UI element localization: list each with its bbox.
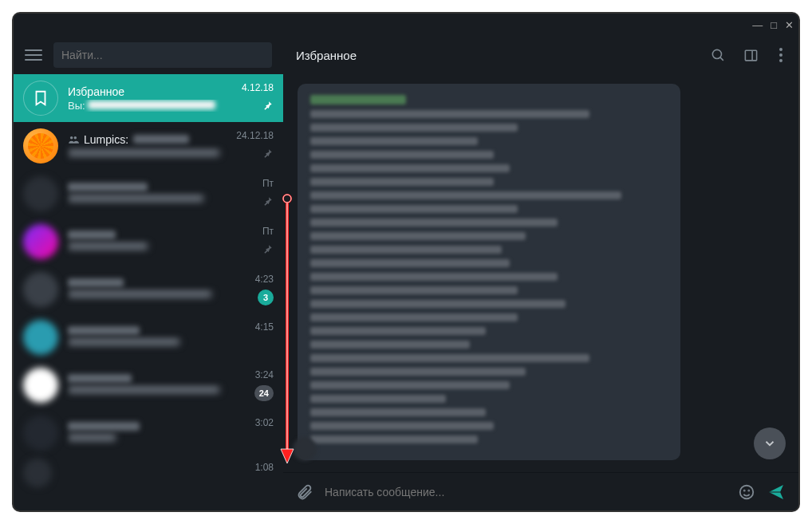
- maximize-button[interactable]: □: [771, 19, 777, 31]
- search-icon[interactable]: [711, 48, 726, 63]
- sidebar-item-lumpics[interactable]: Lumpics: 24.12.18: [14, 122, 283, 170]
- list-item[interactable]: 3:24 24: [14, 361, 283, 409]
- avatar: [23, 272, 58, 307]
- chat-name: [68, 183, 148, 191]
- more-menu-icon[interactable]: [776, 45, 786, 65]
- chat-name: Lumpics:: [84, 133, 128, 146]
- composer: [283, 472, 798, 510]
- message-line: [310, 381, 510, 389]
- scroll-down-button[interactable]: [754, 427, 786, 459]
- chat-name: [68, 374, 132, 383]
- attach-icon[interactable]: [296, 483, 313, 501]
- chat-name: Избранное: [68, 85, 124, 98]
- chat-date: 4:23: [255, 274, 274, 285]
- message-line: [310, 164, 510, 172]
- message-line: [310, 435, 478, 443]
- svg-point-8: [748, 490, 749, 491]
- message-line: [310, 422, 494, 430]
- message-line: [310, 286, 518, 294]
- avatar: [23, 176, 58, 211]
- message-line: [310, 300, 566, 308]
- message-line: [310, 178, 494, 186]
- chat-area: [283, 74, 798, 510]
- message-line: [310, 395, 446, 403]
- message-line: [310, 408, 486, 416]
- message-title: [310, 95, 406, 104]
- close-button[interactable]: ✕: [785, 19, 794, 31]
- sender-avatar: [293, 437, 317, 461]
- message-line: [310, 232, 526, 240]
- pin-icon: [262, 243, 274, 258]
- avatar: [23, 416, 58, 451]
- send-icon[interactable]: [767, 483, 786, 502]
- chat-date: 1:08: [255, 462, 274, 473]
- chat-name: [68, 278, 124, 287]
- minimize-button[interactable]: —: [752, 19, 763, 31]
- message-line: [310, 137, 478, 145]
- svg-rect-2: [745, 50, 756, 61]
- list-item[interactable]: 1:08: [14, 457, 283, 489]
- search-input[interactable]: [61, 49, 264, 61]
- unread-badge: 24: [254, 385, 274, 401]
- chat-date: 4.12.18: [242, 82, 274, 93]
- message-line: [310, 110, 589, 118]
- chat-title: Избранное: [296, 49, 357, 62]
- pin-icon: [262, 195, 274, 210]
- search-box[interactable]: [53, 42, 272, 68]
- message-input[interactable]: [325, 486, 727, 498]
- message-list[interactable]: [283, 74, 798, 472]
- avatar: [23, 320, 58, 355]
- chat-preview: Вы:: [68, 100, 274, 112]
- message-line: [310, 273, 558, 281]
- menu-icon[interactable]: [25, 46, 42, 64]
- svg-point-5: [74, 136, 77, 139]
- message-line: [310, 327, 486, 335]
- bookmark-icon: [23, 81, 58, 116]
- list-item[interactable]: 4:15: [14, 313, 283, 361]
- chat-list[interactable]: Избранное Вы: 4.12.18 Lumpics: 24.12.18: [14, 74, 283, 510]
- message-line: [310, 259, 510, 267]
- chat-preview: [68, 432, 274, 444]
- app-window: — □ ✕ Избранное Избр: [12, 12, 800, 512]
- chevron-down-icon: [763, 436, 777, 451]
- chat-name: [68, 422, 140, 431]
- svg-point-7: [744, 490, 745, 491]
- header-actions: [711, 45, 786, 65]
- chat-header: Избранное: [283, 45, 798, 65]
- list-item[interactable]: 4:23 3: [14, 266, 283, 313]
- avatar: [23, 459, 52, 487]
- chat-date: 24.12.18: [236, 130, 274, 141]
- chat-date: 3:24: [255, 369, 274, 380]
- emoji-icon[interactable]: [738, 483, 755, 501]
- body: Избранное Вы: 4.12.18 Lumpics: 24.12.18: [14, 74, 798, 510]
- svg-point-4: [70, 136, 73, 139]
- chat-date: 3:02: [255, 417, 274, 428]
- avatar: [23, 368, 58, 403]
- list-item[interactable]: Пт: [14, 218, 283, 266]
- chat-date: Пт: [262, 226, 274, 237]
- message-bubble[interactable]: [298, 84, 680, 460]
- avatar: [23, 128, 58, 164]
- message-line: [310, 151, 494, 159]
- list-item[interactable]: Пт: [14, 170, 283, 218]
- message-line: [310, 354, 589, 362]
- message-line: [310, 191, 621, 199]
- sidebar-item-saved[interactable]: Избранное Вы: 4.12.18: [14, 74, 283, 122]
- svg-point-0: [712, 49, 721, 58]
- chat-preview: [68, 289, 274, 301]
- group-icon: [68, 134, 79, 145]
- header: Избранное: [14, 36, 798, 74]
- chat-preview: [68, 193, 274, 205]
- message-line: [310, 124, 518, 132]
- pin-icon: [262, 100, 274, 114]
- sidepanel-icon[interactable]: [743, 48, 759, 63]
- chat-preview: [68, 241, 274, 253]
- message-line: [310, 313, 518, 321]
- message-line: [310, 205, 518, 213]
- chat-name: [68, 326, 140, 335]
- pin-icon: [262, 148, 274, 162]
- chat-date: 4:15: [255, 321, 274, 333]
- list-item[interactable]: 3:02: [14, 409, 283, 457]
- avatar: [23, 224, 58, 259]
- chat-name: [68, 230, 116, 239]
